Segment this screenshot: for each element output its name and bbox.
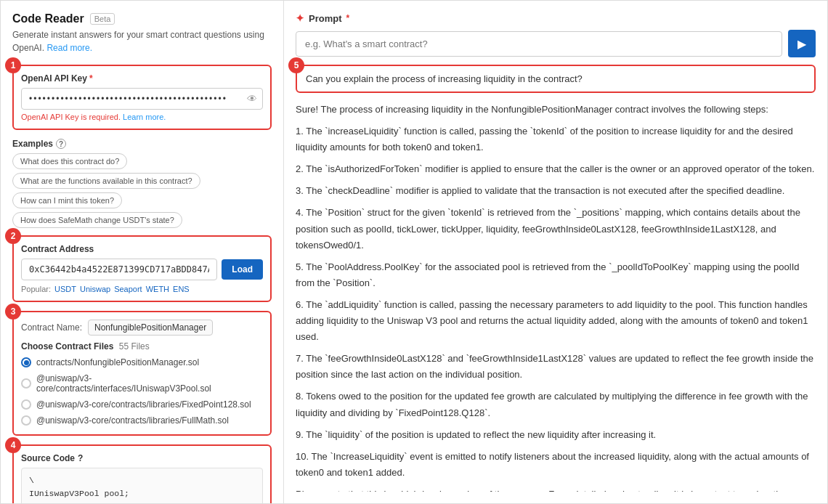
example-pill-2[interactable]: What are the functions available in this… [12, 173, 200, 189]
answer-step-5: 5. The `PoolAddress.PoolKey` for the ass… [296, 259, 816, 291]
file-name-3: @uniswap/v3-core/contracts/libraries/Ful… [36, 415, 229, 426]
api-key-input-wrapper: 👁 [21, 88, 263, 110]
prompt-sparkle-icon: ✦ [296, 12, 304, 24]
prompt-label: ✦ Prompt * [296, 12, 816, 24]
right-panel: ✦ Prompt * ▶ 5 Can you explain the proce… [284, 1, 827, 503]
contract-address-input[interactable] [21, 259, 217, 280]
beta-badge: Beta [90, 13, 115, 25]
prompt-input[interactable] [296, 31, 782, 57]
code-line-1: IUniswapV3Pool pool; [29, 487, 255, 500]
source-code-box: \ IUniswapV3Pool pool; (liquidity, amoun… [21, 468, 263, 503]
file-item-0[interactable]: contracts/NonfungiblePositionManager.sol [21, 356, 263, 369]
answer-step-9: 9. The `liquidity` of the position is up… [296, 427, 816, 443]
step5-number: 5 [288, 57, 304, 73]
answer-step-8: 8. Tokens owed to the position for the u… [296, 389, 816, 420]
send-button[interactable]: ▶ [788, 30, 816, 57]
popular-tag-seaport[interactable]: Seaport [114, 285, 142, 293]
answer-step-7: 7. The `feeGrowthInside0LastX128` and `f… [296, 351, 816, 383]
examples-section: Examples ? What does this contract do? W… [12, 139, 272, 228]
contract-name-value: NonfungiblePositionManager [88, 320, 213, 336]
file-name-1: @uniswap/v3-core/contracts/interfaces/IU… [36, 373, 263, 394]
example-pill-1[interactable]: What does this contract do? [12, 153, 127, 169]
api-key-error: OpenAI API Key is required. Learn more. [21, 113, 263, 121]
popular-row: Popular: USDT Uniswap Seaport WETH ENS [21, 285, 263, 293]
answer-area: Sure! The process of increasing liquidit… [296, 102, 816, 492]
panel-header: Code Reader Beta [12, 12, 272, 25]
code-line-2: (liquidity, amount0, amount1, pool) = ad… [29, 501, 255, 503]
panel-description: Generate instant answers for your smart … [12, 28, 272, 54]
file-item-2[interactable]: @uniswap/v3-core/contracts/libraries/Fix… [21, 398, 263, 411]
step3-section: 3 Contract Name: NonfungiblePositionMana… [12, 311, 272, 436]
answer-step-4: 4. The `Position` struct for the given `… [296, 205, 816, 253]
radio-circle-2 [21, 399, 31, 410]
step1-section: 1 OpenAI API Key * 👁 OpenAI API Key is r… [12, 65, 272, 130]
contract-name-label: Contract Name: [21, 322, 82, 333]
popular-tag-weth[interactable]: WETH [146, 285, 169, 293]
examples-help-icon[interactable]: ? [56, 139, 66, 149]
example-pill-3[interactable]: How can I mint this token? [12, 192, 122, 208]
popular-tag-usdt[interactable]: USDT [54, 285, 76, 293]
answer-step-10: 10. The `IncreaseLiquidity` event is emi… [296, 449, 816, 481]
file-item-3[interactable]: @uniswap/v3-core/contracts/libraries/Ful… [21, 414, 263, 427]
answer-step-3: 3. The `checkDeadline` modifier is appli… [296, 183, 816, 199]
file-name-2: @uniswap/v3-core/contracts/libraries/Fix… [36, 399, 251, 410]
example-pills: What does this contract do? What are the… [12, 153, 272, 228]
read-more-link[interactable]: Read more. [46, 43, 92, 53]
file-list: contracts/NonfungiblePositionManager.sol… [21, 356, 263, 427]
code-line-0: \ [29, 474, 255, 487]
answer-step-2: 2. The `isAuthorizedForToken` modifier i… [296, 161, 816, 177]
contract-address-label: Contract Address [21, 244, 263, 254]
contract-address-row: Load [21, 259, 263, 280]
choose-files-label: Choose Contract Files 55 Files [21, 341, 263, 351]
source-code-help-icon[interactable]: ? [78, 453, 83, 463]
contract-name-row: Contract Name: NonfungiblePositionManage… [21, 320, 263, 336]
question-text: Can you explain the process of increasin… [306, 73, 805, 84]
load-button[interactable]: Load [222, 259, 263, 280]
example-pill-4[interactable]: How does SafeMath change USDT's state? [12, 212, 182, 228]
examples-label: Examples ? [12, 139, 272, 149]
popular-label: Popular: [21, 285, 51, 293]
source-code-label: Source Code ? [21, 453, 263, 463]
prompt-required: * [346, 13, 350, 23]
radio-inner-0 [24, 360, 29, 365]
learn-more-link[interactable]: Learn more. [123, 113, 166, 121]
radio-circle-3 [21, 415, 31, 426]
app-title: Code Reader [12, 12, 84, 25]
answer-step-1: 1. The `increaseLiquidity` function is c… [296, 123, 816, 155]
file-item-1[interactable]: @uniswap/v3-core/contracts/interfaces/IU… [21, 372, 263, 395]
left-panel: Code Reader Beta Generate instant answer… [1, 1, 284, 503]
answer-note1: Please note that this is a high-level ov… [296, 487, 816, 492]
answer-intro: Sure! The process of increasing liquidit… [296, 102, 816, 118]
file-count: 55 Files [119, 341, 150, 351]
file-name-0: contracts/NonfungiblePositionManager.sol [36, 357, 199, 367]
radio-circle-0 [21, 357, 31, 367]
step2-section: 2 Contract Address Load Popular: USDT Un… [12, 235, 272, 302]
radio-circle-1 [21, 378, 31, 389]
popular-tag-uniswap[interactable]: Uniswap [80, 285, 110, 293]
popular-tag-ens[interactable]: ENS [173, 285, 190, 293]
eye-icon[interactable]: 👁 [247, 93, 257, 105]
api-key-required: * [89, 73, 93, 84]
api-key-label: OpenAI API Key * [21, 73, 263, 84]
step3-number: 3 [5, 304, 21, 320]
question-bubble: 5 Can you explain the process of increas… [296, 65, 816, 93]
step4-section: 4 Source Code ? \ IUniswapV3Pool pool; (… [12, 444, 272, 503]
api-key-input[interactable] [21, 88, 263, 110]
send-icon: ▶ [797, 37, 806, 51]
prompt-input-row: ▶ [296, 30, 816, 57]
step2-number: 2 [5, 228, 21, 244]
answer-step-6: 6. The `addLiquidity` function is called… [296, 297, 816, 345]
step4-number: 4 [5, 437, 21, 453]
step1-number: 1 [5, 57, 21, 73]
